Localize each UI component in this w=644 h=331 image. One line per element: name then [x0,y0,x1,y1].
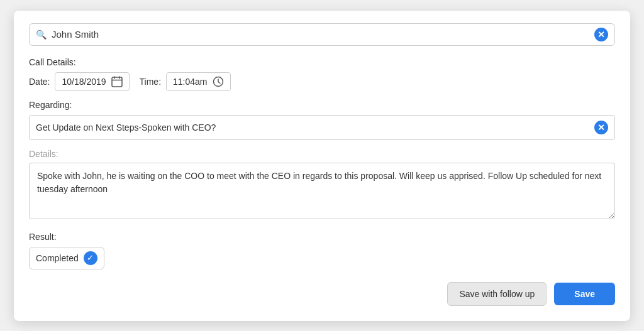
dialog-container: 🔍 ✕ Call Details: Date: 10/18/2019 [14,11,630,321]
regarding-input-wrapper: ✕ [29,115,615,140]
details-section: Details: Spoke with John, he is waiting … [29,149,615,222]
time-value: 11:04am [173,77,207,87]
svg-line-6 [218,82,220,83]
date-input-wrapper: 10/18/2019 [55,72,129,91]
search-row: 🔍 ✕ [29,23,615,46]
status-dropdown[interactable]: Completed ✓ [29,247,104,269]
clock-icon-button[interactable] [213,76,224,87]
save-button[interactable]: Save [554,283,615,305]
regarding-input[interactable] [36,122,594,133]
date-value: 10/18/2019 [62,77,106,87]
status-text: Completed [36,253,79,263]
regarding-section: Regarding: ✕ [29,100,615,140]
status-check-icon: ✓ [84,251,97,265]
clear-search-button[interactable]: ✕ [594,28,608,41]
time-input-wrapper: 11:04am [166,72,230,91]
clear-regarding-button[interactable]: ✕ [594,121,608,134]
call-details-label: Call Details: [29,57,615,67]
date-field-group: Date: 10/18/2019 [29,72,130,91]
svg-rect-0 [112,77,122,87]
footer-row: Save with follow up Save [29,282,615,306]
regarding-label: Regarding: [29,100,615,110]
clear-regarding-icon: ✕ [594,121,608,134]
result-section: Result: Completed ✓ [29,232,615,269]
clock-icon [213,76,224,87]
time-label: Time: [140,77,161,87]
details-textarea[interactable]: Spoke with John, he is waiting on the CO… [29,163,615,219]
calendar-icon-button[interactable] [111,76,123,87]
save-with-followup-button[interactable]: Save with follow up [447,282,547,306]
details-label: Details: [29,149,615,159]
clear-search-icon: ✕ [594,28,608,41]
result-label: Result: [29,232,615,242]
calendar-icon [111,76,123,87]
search-icon: 🔍 [36,30,47,40]
search-input[interactable] [52,29,594,40]
date-label: Date: [29,77,50,87]
date-time-row: Date: 10/18/2019 Time: 11:04am [29,72,615,91]
time-field-group: Time: 11:04am [140,72,231,91]
